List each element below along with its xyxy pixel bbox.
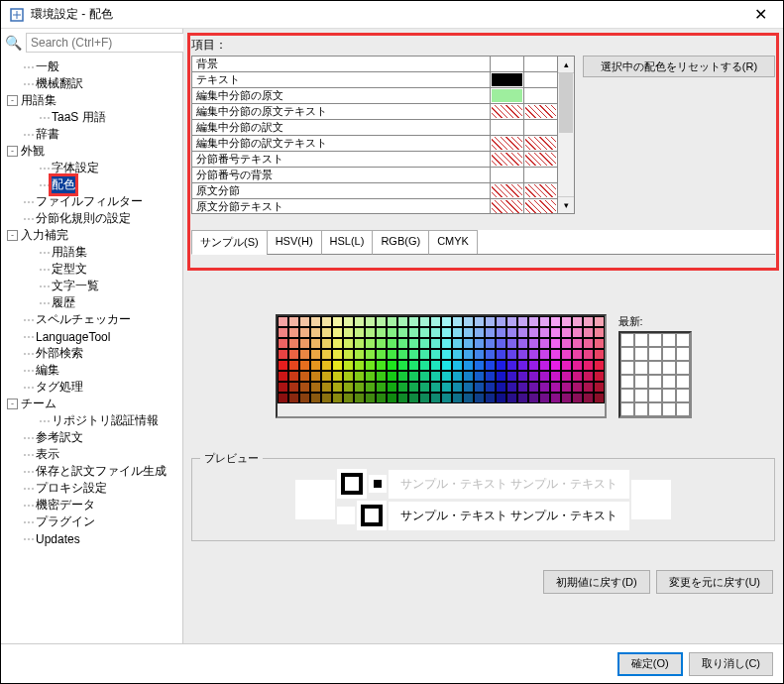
palette-swatch[interactable] <box>408 393 419 403</box>
palette-swatch[interactable] <box>583 382 594 393</box>
palette-swatch[interactable] <box>430 338 441 349</box>
tree-item[interactable]: ⋯保存と訳文ファイル生成 <box>7 463 182 480</box>
recent-swatch[interactable] <box>676 402 690 416</box>
palette-swatch[interactable] <box>397 316 408 327</box>
tab[interactable]: CMYK <box>428 230 478 255</box>
palette-swatch[interactable] <box>354 349 365 360</box>
table-row[interactable]: 編集中分節の訳文テキスト <box>192 136 557 152</box>
palette-swatch[interactable] <box>354 360 365 371</box>
color-cell[interactable] <box>490 104 523 119</box>
palette-swatch[interactable] <box>474 382 485 393</box>
palette-swatch[interactable] <box>441 327 452 338</box>
palette-swatch[interactable] <box>474 371 485 382</box>
scroll-track[interactable] <box>558 73 574 196</box>
palette-swatch[interactable] <box>343 393 354 403</box>
palette-swatch[interactable] <box>517 349 528 360</box>
palette-swatch[interactable] <box>528 327 539 338</box>
palette-swatch[interactable] <box>441 316 452 327</box>
palette-swatch[interactable] <box>463 360 474 371</box>
palette-swatch[interactable] <box>278 349 288 360</box>
palette-swatch[interactable] <box>528 393 539 403</box>
tree-toggle-icon[interactable]: - <box>7 146 18 157</box>
palette-swatch[interactable] <box>354 382 365 393</box>
palette-swatch[interactable] <box>561 382 572 393</box>
tree-item[interactable]: ⋯ファイルフィルター <box>7 193 182 210</box>
palette-swatch[interactable] <box>354 327 365 338</box>
palette-swatch[interactable] <box>288 327 299 338</box>
palette-swatch[interactable] <box>397 382 408 393</box>
recent-swatch[interactable] <box>662 347 676 361</box>
color-cell[interactable] <box>523 152 557 167</box>
palette-swatch[interactable] <box>485 371 496 382</box>
palette-swatch[interactable] <box>408 316 419 327</box>
palette-swatch[interactable] <box>452 338 463 349</box>
table-row[interactable]: 原文分節 <box>192 183 557 199</box>
palette-swatch[interactable] <box>506 338 517 349</box>
recent-swatch[interactable] <box>648 333 662 347</box>
color-palette[interactable] <box>276 314 607 418</box>
tree-item[interactable]: ⋯スペルチェッカー <box>7 311 182 328</box>
palette-swatch[interactable] <box>485 338 496 349</box>
palette-swatch[interactable] <box>419 316 430 327</box>
recent-swatch[interactable] <box>620 347 634 361</box>
color-cell[interactable] <box>490 168 523 182</box>
tree-item[interactable]: ⋯分節化規則の設定 <box>7 210 182 227</box>
palette-swatch[interactable] <box>419 349 430 360</box>
palette-swatch[interactable] <box>474 393 485 403</box>
palette-swatch[interactable] <box>506 382 517 393</box>
recent-swatch[interactable] <box>662 375 676 389</box>
palette-swatch[interactable] <box>594 393 605 403</box>
palette-swatch[interactable] <box>397 360 408 371</box>
recent-swatch[interactable] <box>634 402 648 416</box>
palette-swatch[interactable] <box>452 349 463 360</box>
recent-swatch[interactable] <box>648 361 662 375</box>
recent-swatch[interactable] <box>676 389 690 402</box>
palette-swatch[interactable] <box>408 349 419 360</box>
tab[interactable]: サンプル(S) <box>191 230 268 255</box>
color-cell[interactable] <box>490 72 523 87</box>
palette-swatch[interactable] <box>343 382 354 393</box>
color-cell[interactable] <box>523 136 557 151</box>
palette-swatch[interactable] <box>299 316 310 327</box>
palette-swatch[interactable] <box>583 360 594 371</box>
color-cell[interactable] <box>523 104 557 119</box>
palette-swatch[interactable] <box>561 360 572 371</box>
cancel-button[interactable]: 取り消し(C) <box>689 652 773 676</box>
palette-swatch[interactable] <box>354 371 365 382</box>
tree-item[interactable]: -用語集 <box>7 92 182 109</box>
close-icon[interactable]: ✕ <box>746 5 775 24</box>
palette-swatch[interactable] <box>539 393 550 403</box>
palette-swatch[interactable] <box>365 338 376 349</box>
palette-swatch[interactable] <box>376 327 387 338</box>
color-cell[interactable] <box>523 199 557 214</box>
scroll-thumb[interactable] <box>559 73 573 133</box>
palette-swatch[interactable] <box>321 327 332 338</box>
recent-swatch[interactable] <box>620 389 634 402</box>
palette-swatch[interactable] <box>474 349 485 360</box>
tree-item[interactable]: ⋯一般 <box>7 58 182 75</box>
palette-swatch[interactable] <box>474 316 485 327</box>
recent-swatch[interactable] <box>634 361 648 375</box>
tree-item[interactable]: ⋯表示 <box>7 446 182 463</box>
table-row[interactable]: 分節番号テキスト <box>192 152 557 168</box>
recent-swatch[interactable] <box>634 389 648 402</box>
table-row[interactable]: 分節番号の背景 <box>192 168 557 183</box>
palette-swatch[interactable] <box>561 316 572 327</box>
defaults-button[interactable]: 初期値に戻す(D) <box>543 570 649 594</box>
tree-item[interactable]: ⋯定型文 <box>7 261 182 278</box>
palette-swatch[interactable] <box>561 338 572 349</box>
palette-swatch[interactable] <box>528 349 539 360</box>
table-row[interactable]: 編集中分節の原文テキスト <box>192 104 557 120</box>
recent-swatch[interactable] <box>662 389 676 402</box>
palette-swatch[interactable] <box>343 360 354 371</box>
recent-swatch[interactable] <box>620 333 634 347</box>
palette-swatch[interactable] <box>365 371 376 382</box>
palette-swatch[interactable] <box>517 382 528 393</box>
palette-swatch[interactable] <box>343 338 354 349</box>
palette-swatch[interactable] <box>528 338 539 349</box>
tree-item[interactable]: ⋯機械翻訳 <box>7 75 182 92</box>
scroll-up-icon[interactable]: ▴ <box>558 57 574 73</box>
palette-swatch[interactable] <box>441 393 452 403</box>
palette-swatch[interactable] <box>332 327 343 338</box>
palette-swatch[interactable] <box>496 327 506 338</box>
